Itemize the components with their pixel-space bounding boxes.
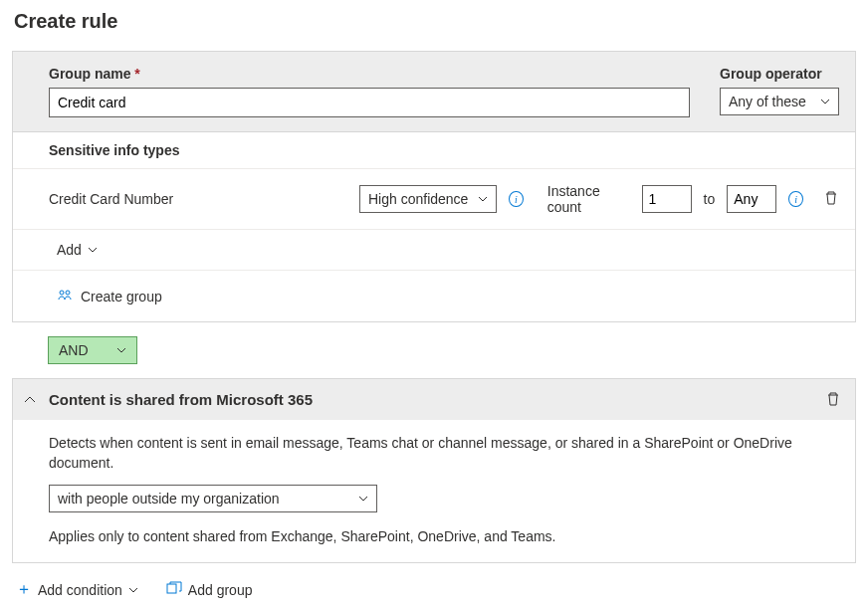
info-icon[interactable]: i <box>788 191 803 207</box>
sharing-scope-select[interactable]: with people outside my organization <box>49 485 377 512</box>
instance-to-input[interactable] <box>727 185 776 213</box>
group-card: Group name * Group operator Any of these… <box>12 51 856 322</box>
group-operator-label: Group operator <box>720 66 839 82</box>
add-group-button[interactable]: Add group <box>166 581 253 598</box>
svg-rect-2 <box>167 584 176 593</box>
sit-name: Credit Card Number <box>49 191 347 207</box>
footer-actions: ＋ Add condition Add group <box>12 579 856 600</box>
confidence-select[interactable]: High confidence <box>359 185 497 213</box>
collapse-toggle-icon[interactable] <box>23 393 37 410</box>
create-group-button[interactable]: Create group <box>13 270 855 321</box>
chevron-down-icon <box>88 245 98 255</box>
delete-condition-icon[interactable] <box>825 391 841 410</box>
delete-sit-icon[interactable] <box>823 190 839 209</box>
group-header: Group name * Group operator Any of these <box>13 52 855 131</box>
and-operator-wrap: AND <box>48 336 856 364</box>
content-shared-note: Applies only to content shared from Exch… <box>49 528 837 544</box>
plus-icon: ＋ <box>16 579 32 600</box>
chevron-down-icon <box>128 585 138 595</box>
content-shared-description: Detects when content is sent in email me… <box>49 434 837 473</box>
content-shared-card: Content is shared from Microsoft 365 Det… <box>12 378 856 563</box>
svg-point-0 <box>60 291 64 295</box>
group-box-icon <box>166 581 182 598</box>
sit-row: Credit Card Number High confidence i Ins… <box>13 168 855 229</box>
group-operator-select[interactable]: Any of these <box>720 88 839 115</box>
required-asterisk: * <box>134 66 139 82</box>
group-name-label: Group name * <box>49 66 690 82</box>
instance-count-label: Instance count <box>547 183 630 215</box>
chevron-down-icon <box>820 97 830 106</box>
sit-header: Sensitive info types <box>13 131 855 168</box>
group-name-input[interactable] <box>49 88 690 117</box>
chevron-down-icon <box>116 345 126 355</box>
chevron-down-icon <box>358 494 368 504</box>
to-label: to <box>704 191 716 207</box>
instance-from-input[interactable] <box>642 185 692 213</box>
chevron-down-icon <box>478 194 488 204</box>
content-shared-title: Content is shared from Microsoft 365 <box>49 391 313 408</box>
info-icon[interactable]: i <box>509 191 524 207</box>
page-title: Create rule <box>14 10 856 33</box>
add-sit-button[interactable]: Add <box>13 229 855 270</box>
group-people-icon <box>57 287 73 305</box>
and-operator-select[interactable]: AND <box>48 336 137 364</box>
svg-point-1 <box>66 291 70 295</box>
add-condition-button[interactable]: ＋ Add condition <box>16 579 138 600</box>
content-shared-header: Content is shared from Microsoft 365 <box>13 379 855 420</box>
content-shared-body: Detects when content is sent in email me… <box>13 420 855 562</box>
